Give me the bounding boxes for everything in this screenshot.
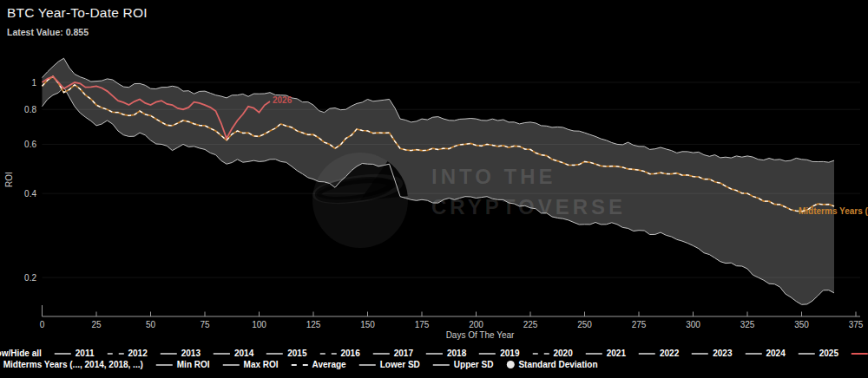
legend-item-label: 2025 bbox=[819, 349, 838, 358]
legend-item-label: Average bbox=[312, 360, 346, 369]
svg-text:0.6: 0.6 bbox=[24, 140, 36, 149]
legend-item-2026[interactable]: 2026 bbox=[852, 349, 868, 358]
legend-item-average[interactable]: Average bbox=[292, 360, 346, 369]
line-swatch-icon bbox=[692, 353, 708, 355]
legend-item-label: 2015 bbox=[287, 349, 306, 358]
line-swatch-icon bbox=[292, 364, 308, 366]
svg-text:375: 375 bbox=[849, 320, 864, 329]
legend-item-2017[interactable]: 2017 bbox=[373, 349, 413, 358]
line-swatch-icon bbox=[156, 364, 173, 366]
chart-legend: Show/Hide all201120122013201420152016201… bbox=[0, 348, 868, 370]
svg-text:125: 125 bbox=[306, 320, 321, 329]
legend-item-2024[interactable]: 2024 bbox=[745, 349, 785, 358]
line-label-midterms: Midterms Years (.... bbox=[799, 206, 868, 216]
legend-item-2019[interactable]: 2019 bbox=[479, 349, 519, 358]
legend-item-lower-sd[interactable]: Lower SD bbox=[359, 360, 420, 369]
line-swatch-icon bbox=[161, 353, 177, 355]
line-swatch-icon bbox=[532, 353, 549, 355]
btc-ytd-roi-page: BTC Year-To-Date ROI Latest Value: 0.855… bbox=[0, 0, 868, 378]
line-swatch-icon bbox=[852, 353, 868, 355]
svg-text:0.8: 0.8 bbox=[24, 105, 36, 114]
legend-row-years: Show/Hide all201120122013201420152016201… bbox=[0, 348, 868, 359]
legend-item-label: 2011 bbox=[76, 349, 95, 358]
svg-text:175: 175 bbox=[415, 320, 430, 329]
line-swatch-icon bbox=[223, 364, 240, 366]
line-swatch-icon bbox=[433, 364, 450, 366]
legend-item-midterms-years-2014-2018[interactable]: Midterms Years (..., 2014, 2018, ...) bbox=[0, 360, 143, 369]
legend-item-label: 2019 bbox=[500, 349, 519, 358]
svg-text:350: 350 bbox=[794, 320, 809, 329]
svg-text:250: 250 bbox=[577, 320, 592, 329]
legend-item-2025[interactable]: 2025 bbox=[799, 349, 838, 358]
legend-item-label: Upper SD bbox=[454, 360, 494, 369]
legend-item-label: Midterms Years (..., 2014, 2018, ...) bbox=[3, 360, 143, 369]
legend-item-2014[interactable]: 2014 bbox=[214, 349, 253, 358]
dot-swatch-icon bbox=[426, 353, 443, 355]
legend-item-max-roi[interactable]: Max ROI bbox=[223, 360, 279, 369]
legend-item-min-roi[interactable]: Min ROI bbox=[156, 360, 210, 369]
dot-swatch-icon bbox=[506, 361, 514, 368]
x-axis-label: Days Of The Year bbox=[446, 330, 515, 340]
legend-item-label: Show/Hide all bbox=[0, 349, 42, 358]
line-swatch-icon bbox=[107, 353, 123, 355]
y-axis-label: ROI bbox=[4, 172, 14, 187]
line-swatch-icon bbox=[359, 364, 376, 366]
legend-item-label: 2016 bbox=[340, 349, 359, 358]
legend-item-label: 2022 bbox=[660, 349, 679, 358]
legend-item-2012[interactable]: 2012 bbox=[107, 349, 147, 358]
legend-item-2023[interactable]: 2023 bbox=[692, 349, 732, 358]
legend-item-upper-sd[interactable]: Upper SD bbox=[433, 360, 494, 369]
svg-text:75: 75 bbox=[200, 320, 210, 329]
svg-text:0.2: 0.2 bbox=[24, 273, 36, 283]
legend-item-label: Max ROI bbox=[244, 360, 279, 369]
svg-text:50: 50 bbox=[146, 320, 156, 329]
legend-item-2018[interactable]: 2018 bbox=[426, 349, 466, 358]
dot-swatch-icon bbox=[214, 353, 230, 355]
svg-text:100: 100 bbox=[252, 320, 266, 329]
legend-item-label: 2017 bbox=[394, 349, 413, 358]
line-swatch-icon bbox=[373, 353, 390, 355]
legend-item-2016[interactable]: 2016 bbox=[319, 349, 359, 358]
line-label-2026: 2026 bbox=[273, 95, 293, 105]
legend-item-label: 2023 bbox=[713, 349, 732, 358]
svg-text:225: 225 bbox=[523, 320, 538, 329]
legend-item-2020[interactable]: 2020 bbox=[532, 349, 572, 358]
page-title: BTC Year-To-Date ROI bbox=[7, 5, 148, 21]
latest-value-label: Latest Value: 0.855 bbox=[7, 27, 148, 37]
legend-item-label: 2024 bbox=[766, 349, 785, 358]
line-swatch-icon bbox=[55, 353, 71, 355]
svg-text:200: 200 bbox=[469, 320, 483, 329]
legend-item-2022[interactable]: 2022 bbox=[639, 349, 679, 358]
legend-item-label: 2020 bbox=[553, 349, 572, 358]
legend-item-2015[interactable]: 2015 bbox=[266, 349, 306, 358]
legend-item-label: 2012 bbox=[128, 349, 147, 358]
legend-item-label: Min ROI bbox=[177, 360, 210, 369]
line-swatch-icon bbox=[266, 353, 283, 355]
watermark-text-line1: INTO THE bbox=[431, 165, 556, 188]
svg-text:275: 275 bbox=[632, 320, 647, 329]
line-swatch-icon bbox=[586, 353, 602, 355]
legend-item-2021[interactable]: 2021 bbox=[586, 349, 626, 358]
legend-item-label: 2014 bbox=[234, 349, 253, 358]
legend-item-standard-deviation[interactable]: Standard Deviation bbox=[506, 360, 597, 369]
svg-text:0.4: 0.4 bbox=[24, 189, 36, 199]
svg-text:300: 300 bbox=[686, 320, 700, 329]
roi-chart[interactable]: INTO THECRYPTOVERSEMidterms Years (....2… bbox=[0, 0, 868, 378]
line-swatch-icon bbox=[319, 353, 336, 355]
svg-text:0: 0 bbox=[40, 320, 45, 329]
line-swatch-icon bbox=[745, 353, 761, 355]
legend-row-stats: Midterms Years (..., 2014, 2018, ...)Min… bbox=[0, 359, 868, 370]
legend-item-label: 2021 bbox=[607, 349, 626, 358]
legend-item-2013[interactable]: 2013 bbox=[161, 349, 201, 358]
svg-text:25: 25 bbox=[91, 320, 102, 329]
legend-item-show-hide-all[interactable]: Show/Hide all bbox=[0, 349, 42, 358]
legend-item-2011[interactable]: 2011 bbox=[55, 349, 95, 358]
legend-item-label: 2013 bbox=[181, 349, 201, 358]
svg-text:150: 150 bbox=[360, 320, 375, 329]
legend-item-label: 2018 bbox=[447, 349, 466, 358]
svg-text:1: 1 bbox=[31, 78, 36, 88]
chart-header: BTC Year-To-Date ROI Latest Value: 0.855 bbox=[7, 5, 148, 37]
svg-text:325: 325 bbox=[740, 320, 755, 329]
line-swatch-icon bbox=[799, 353, 815, 355]
legend-item-label: Lower SD bbox=[380, 360, 420, 369]
